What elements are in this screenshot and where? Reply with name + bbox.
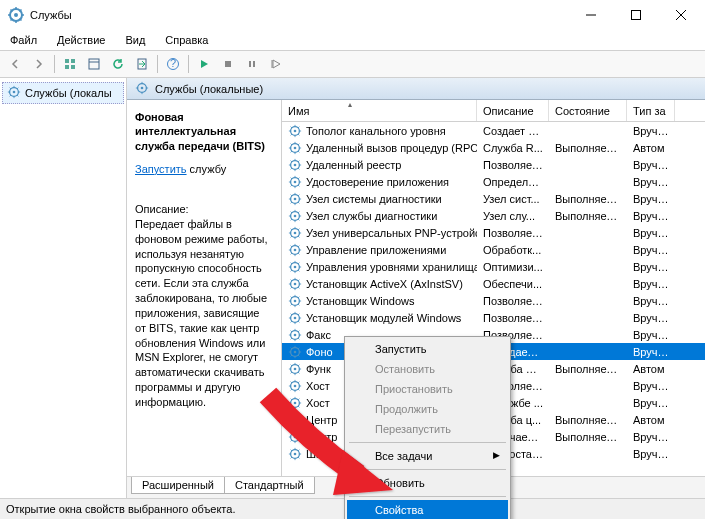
table-row[interactable]: Установщик ActiveX (AxInstSV)Обеспечи...…: [282, 275, 705, 292]
forward-button[interactable]: [28, 53, 50, 75]
cell-name: Установщик ActiveX (AxInstSV): [306, 278, 463, 290]
cell-name: Узел системы диагностики: [306, 193, 442, 205]
table-row[interactable]: Управления уровнями хранилищаОптимизи...…: [282, 258, 705, 275]
gear-icon: [288, 158, 302, 172]
cell-state: Выполняется: [549, 210, 627, 222]
gear-icon: [288, 430, 302, 444]
tree-root-label: Службы (локалы: [25, 87, 112, 99]
cm-all-tasks[interactable]: Все задачи▶: [347, 446, 508, 466]
table-row[interactable]: Установщик модулей WindowsПозволяет...Вр…: [282, 309, 705, 326]
stop-service-button[interactable]: [217, 53, 239, 75]
cell-type: Автом: [627, 363, 675, 375]
cell-desc: Узел слу...: [477, 210, 549, 222]
menu-action[interactable]: Действие: [53, 32, 109, 48]
table-row[interactable]: Узел системы диагностикиУзел сист...Выпо…: [282, 190, 705, 207]
svg-point-23: [294, 163, 297, 166]
svg-point-33: [294, 248, 297, 251]
tree-root-services[interactable]: Службы (локалы: [2, 82, 124, 104]
cell-type: Вручну: [627, 227, 675, 239]
cell-type: Вручну: [627, 397, 675, 409]
restart-service-button[interactable]: [265, 53, 287, 75]
gear-icon: [288, 379, 302, 393]
table-row[interactable]: Установщик WindowsПозволяет...Вручну: [282, 292, 705, 309]
cell-type: Вручну: [627, 380, 675, 392]
cell-desc: Узел сист...: [477, 193, 549, 205]
help-button[interactable]: ?: [162, 53, 184, 75]
svg-rect-12: [249, 61, 251, 67]
menu-help[interactable]: Справка: [161, 32, 212, 48]
cell-name: Удаленный реестр: [306, 159, 401, 171]
description-text: Передает файлы в фоновом режиме работы, …: [135, 217, 273, 410]
cell-desc: Обеспечи...: [477, 278, 549, 290]
minimize-button[interactable]: [568, 1, 613, 29]
properties-button[interactable]: [83, 53, 105, 75]
svg-rect-3: [65, 59, 69, 63]
table-row[interactable]: Тополог канального уровняСоздает ка...Вр…: [282, 122, 705, 139]
cell-name: Тополог канального уровня: [306, 125, 446, 137]
maximize-button[interactable]: [613, 1, 658, 29]
table-row[interactable]: Узел службы диагностикиУзел слу...Выполн…: [282, 207, 705, 224]
cm-refresh[interactable]: Обновить: [347, 473, 508, 493]
cell-name: Фоно: [306, 346, 333, 358]
cell-state: Выполняется: [549, 431, 627, 443]
column-type[interactable]: Тип за: [627, 100, 675, 121]
menu-file[interactable]: Файл: [6, 32, 41, 48]
svg-point-49: [294, 384, 297, 387]
cm-separator: [349, 442, 506, 443]
svg-text:?: ?: [170, 57, 176, 69]
menu-view[interactable]: Вид: [121, 32, 149, 48]
table-row[interactable]: Удаленный вызов процедур (RPC)Служба R..…: [282, 139, 705, 156]
cell-name: Центр: [306, 414, 338, 426]
svg-point-1: [14, 13, 18, 17]
svg-rect-6: [71, 65, 75, 69]
context-menu: Запустить Остановить Приостановить Продо…: [344, 336, 511, 519]
cell-desc: Определяе...: [477, 176, 549, 188]
cell-type: Вручну: [627, 125, 675, 137]
cell-type: Вручну: [627, 329, 675, 341]
cell-name: Узел службы диагностики: [306, 210, 437, 222]
column-description[interactable]: Описание: [477, 100, 549, 121]
cell-desc: Позволяет...: [477, 227, 549, 239]
cell-desc: Служба R...: [477, 142, 549, 154]
column-state[interactable]: Состояние: [549, 100, 627, 121]
table-row[interactable]: Удостоверение приложенияОпределяе...Вруч…: [282, 173, 705, 190]
cell-type: Вручну: [627, 431, 675, 443]
refresh-button[interactable]: [107, 53, 129, 75]
svg-point-19: [294, 129, 297, 132]
cell-name: Функ: [306, 363, 331, 375]
svg-point-29: [294, 214, 297, 217]
svg-rect-7: [89, 59, 99, 69]
cm-start[interactable]: Запустить: [347, 339, 508, 359]
cell-type: Автом: [627, 414, 675, 426]
start-service-link[interactable]: Запустить: [135, 163, 187, 175]
cell-type: Автом: [627, 142, 675, 154]
table-row[interactable]: Управление приложениямиОбработк...Вручну: [282, 241, 705, 258]
svg-point-21: [294, 146, 297, 149]
back-button[interactable]: [4, 53, 26, 75]
tab-standard[interactable]: Стандартный: [224, 477, 315, 494]
export-list-button[interactable]: [131, 53, 153, 75]
table-row[interactable]: Удаленный реестрПозволяет...Вручну: [282, 156, 705, 173]
grid-header: Имя▴ Описание Состояние Тип за: [282, 100, 705, 122]
start-service-button[interactable]: [193, 53, 215, 75]
cell-type: Вручну: [627, 210, 675, 222]
cell-type: Вручну: [627, 346, 675, 358]
cell-type: Вручну: [627, 193, 675, 205]
cell-type: Вручну: [627, 448, 675, 460]
gear-icon: [288, 226, 302, 240]
svg-point-51: [294, 401, 297, 404]
svg-rect-13: [253, 61, 255, 67]
window-title: Службы: [30, 9, 568, 21]
close-button[interactable]: [658, 1, 703, 29]
cm-properties[interactable]: Свойства: [347, 500, 508, 519]
svg-point-41: [294, 316, 297, 319]
column-name[interactable]: Имя▴: [282, 100, 477, 121]
svg-point-57: [294, 452, 297, 455]
view-mode-button[interactable]: [59, 53, 81, 75]
tab-extended[interactable]: Расширенный: [131, 477, 225, 494]
gear-icon: [288, 141, 302, 155]
cell-state: Выполняется: [549, 363, 627, 375]
table-row[interactable]: Узел универсальных PNP-устройствПозволяе…: [282, 224, 705, 241]
svg-point-35: [294, 265, 297, 268]
pause-service-button[interactable]: [241, 53, 263, 75]
